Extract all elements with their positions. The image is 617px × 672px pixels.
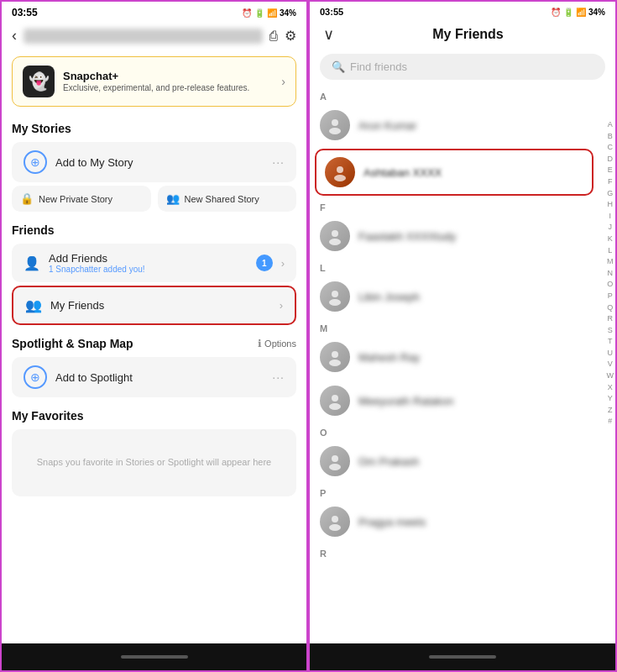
spotlight-title: Spotlight & Snap Map bbox=[12, 337, 133, 350]
friend-avatar bbox=[320, 507, 350, 537]
friend-item[interactable]: Arun Kumar bbox=[310, 103, 599, 147]
left-status-icons: ⏰ 🔋 📶 34% bbox=[242, 8, 296, 18]
alpha-section-R: R bbox=[310, 543, 599, 560]
alpha-index-letter-M[interactable]: M bbox=[607, 256, 614, 267]
alpha-index-letter-N[interactable]: N bbox=[608, 268, 614, 279]
alpha-index-letter-U[interactable]: U bbox=[608, 348, 614, 359]
friend-avatar bbox=[320, 386, 350, 416]
spotlight-icon: ⊕ bbox=[24, 365, 47, 389]
alpha-index-letter-F[interactable]: F bbox=[608, 176, 613, 187]
alpha-index-letter-R[interactable]: R bbox=[608, 313, 614, 324]
alpha-section-A: A bbox=[310, 87, 599, 103]
snapchat-plus-title: Snapchat+ bbox=[63, 70, 273, 82]
friend-avatar-image bbox=[320, 386, 350, 416]
alpha-index-letter-V[interactable]: V bbox=[608, 359, 613, 370]
add-to-spotlight-row[interactable]: ⊕ Add to Spotlight ··· bbox=[12, 357, 296, 397]
alpha-index-letter-Z[interactable]: Z bbox=[608, 405, 613, 416]
signal-icon: 📶 bbox=[267, 8, 277, 18]
friend-avatar-image bbox=[320, 342, 350, 372]
favorites-empty-text: Snaps you favorite in Stories or Spotlig… bbox=[37, 456, 271, 469]
alpha-index-letter-X[interactable]: X bbox=[608, 382, 613, 393]
friend-item[interactable]: Pragya meets bbox=[310, 500, 599, 543]
profile-name-blurred bbox=[24, 29, 263, 44]
friend-item[interactable]: Meeyurath Ratakon bbox=[310, 379, 599, 423]
left-content-scroll[interactable]: 👻 Snapchat+ Exclusive, experimental, and… bbox=[2, 50, 306, 643]
my-friends-title: My Friends bbox=[334, 27, 602, 42]
story-dots-icon[interactable]: ··· bbox=[272, 155, 285, 169]
friends-list[interactable]: AArun KumarAshtaban XXXXFFaastakh XXXXtu… bbox=[310, 87, 615, 643]
chevron-down-icon[interactable]: ∨ bbox=[323, 25, 334, 44]
alpha-index-letter-Q[interactable]: Q bbox=[607, 302, 613, 313]
alpha-index-letter-Y[interactable]: Y bbox=[608, 393, 613, 404]
my-friends-label: My Friends bbox=[50, 299, 271, 312]
alpha-index-letter-A[interactable]: A bbox=[608, 119, 613, 130]
friend-item[interactable]: Faastakh XXXXtudy bbox=[310, 214, 599, 258]
alpha-index-letter-S[interactable]: S bbox=[608, 325, 613, 336]
spotlight-options-button[interactable]: ℹ Options bbox=[258, 338, 296, 349]
add-to-spotlight-label: Add to Spotlight bbox=[55, 371, 264, 384]
left-nav-bar bbox=[2, 643, 306, 670]
friend-avatar bbox=[320, 342, 350, 372]
right-signal-icon: 📶 bbox=[576, 8, 586, 17]
svg-point-7 bbox=[329, 299, 341, 306]
alpha-section-F: F bbox=[310, 197, 599, 214]
alpha-index-letter-G[interactable]: G bbox=[607, 188, 613, 199]
new-shared-story-button[interactable]: 👥 New Shared Story bbox=[158, 186, 297, 212]
alpha-index-letter-H[interactable]: H bbox=[608, 199, 614, 210]
alpha-index-letter-B[interactable]: B bbox=[608, 131, 613, 142]
settings-icon[interactable]: ⚙ bbox=[285, 28, 296, 44]
alpha-index-letter-C[interactable]: C bbox=[608, 142, 614, 153]
alpha-index-letter-T[interactable]: T bbox=[608, 336, 613, 347]
share-icon[interactable]: ⎙ bbox=[269, 29, 278, 44]
alphabet-index[interactable]: ABCDEFGHIJKLMNOPQRSTUVWXYZ# bbox=[607, 119, 614, 427]
alpha-index-letter-L[interactable]: L bbox=[608, 245, 612, 256]
left-screen: 03:55 ⏰ 🔋 📶 34% ‹ ⎙ ⚙ 👻 Snapchat+ Exclus… bbox=[0, 0, 308, 672]
new-private-story-button[interactable]: 🔒 New Private Story bbox=[12, 186, 151, 212]
alpha-index-letter-J[interactable]: J bbox=[609, 222, 613, 233]
friend-avatar-image bbox=[320, 281, 350, 312]
alpha-index-letter-I[interactable]: I bbox=[609, 211, 611, 222]
alpha-index-letter-O[interactable]: O bbox=[607, 279, 613, 290]
snapchat-plus-banner[interactable]: 👻 Snapchat+ Exclusive, experimental, and… bbox=[12, 56, 296, 107]
friend-avatar bbox=[320, 221, 350, 251]
friend-item[interactable]: Om Prakash bbox=[310, 439, 599, 483]
battery-icon: 🔋 bbox=[254, 8, 264, 18]
alpha-index-letter-K[interactable]: K bbox=[608, 234, 613, 244]
search-placeholder: Find friends bbox=[350, 60, 407, 73]
alpha-index-letter-D[interactable]: D bbox=[608, 154, 614, 165]
friend-name: Ashtaban XXXX bbox=[363, 166, 583, 179]
add-friends-title: Add Friends bbox=[49, 252, 248, 265]
svg-point-9 bbox=[329, 360, 341, 366]
my-friends-icon: 👥 bbox=[25, 297, 42, 313]
alpha-index-letter-W[interactable]: W bbox=[607, 370, 614, 381]
add-friends-badge: 1 bbox=[256, 255, 273, 271]
alpha-index-letter-P[interactable]: P bbox=[608, 291, 613, 302]
svg-point-6 bbox=[332, 291, 338, 297]
svg-point-1 bbox=[329, 128, 341, 134]
add-story-icon: ⊕ bbox=[24, 150, 47, 174]
friend-item[interactable]: Libin Joseph bbox=[310, 275, 599, 318]
my-stories-header: My Stories bbox=[2, 113, 306, 139]
add-to-my-story-row[interactable]: ⊕ Add to My Story ··· bbox=[12, 142, 296, 182]
alpha-index-letter-E[interactable]: E bbox=[608, 165, 613, 176]
back-arrow-icon[interactable]: ‹ bbox=[12, 27, 17, 45]
search-bar[interactable]: 🔍 Find friends bbox=[320, 54, 605, 80]
snapchat-plus-description: Exclusive, experimental, and pre-release… bbox=[63, 82, 273, 93]
friend-item[interactable]: Mahesh Ray bbox=[310, 335, 599, 379]
friend-item[interactable]: Ashtaban XXXX bbox=[315, 149, 593, 196]
right-battery: 34% bbox=[588, 8, 605, 17]
search-bar-container: 🔍 Find friends bbox=[310, 50, 615, 87]
add-to-my-story-label: Add to My Story bbox=[55, 156, 264, 169]
alpha-index-letter-#[interactable]: # bbox=[608, 416, 612, 427]
right-battery-icon: 🔋 bbox=[563, 8, 573, 17]
my-friends-row[interactable]: 👥 My Friends › bbox=[12, 286, 296, 325]
friend-name: Pragya meets bbox=[358, 516, 588, 528]
svg-point-5 bbox=[329, 239, 341, 245]
info-icon: ℹ bbox=[258, 338, 262, 349]
spotlight-dots-icon[interactable]: ··· bbox=[272, 370, 285, 384]
friend-name: Arun Kumar bbox=[358, 119, 588, 132]
alarm-icon: ⏰ bbox=[242, 8, 252, 18]
friend-avatar bbox=[320, 446, 350, 476]
add-friends-row[interactable]: 👤 Add Friends 1 Snapchatter added you! 1… bbox=[12, 244, 296, 282]
svg-point-12 bbox=[332, 455, 338, 462]
